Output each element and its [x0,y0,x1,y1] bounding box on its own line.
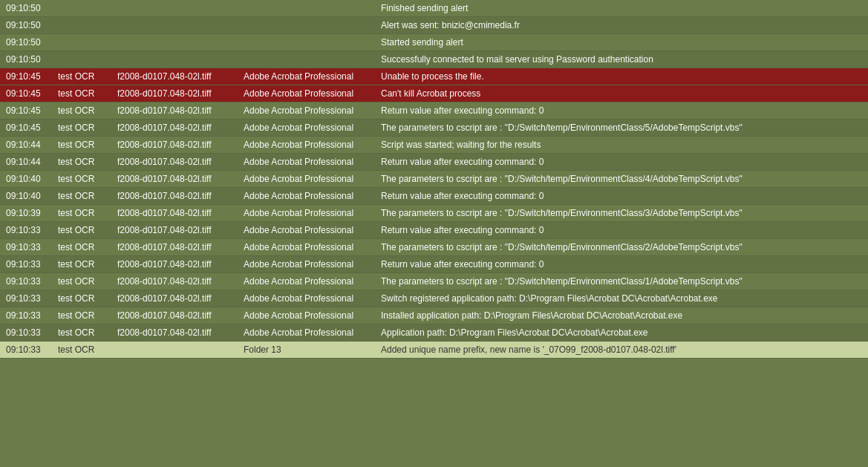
cell-app: Adobe Acrobat Professional [238,273,375,290]
cell-file: f2008-d0107.048-02l.tiff [111,205,238,222]
cell-job: test OCR [52,290,111,307]
table-row: 09:10:40test OCRf2008-d0107.048-02l.tiff… [0,171,868,188]
cell-file: f2008-d0107.048-02l.tiff [111,137,238,154]
table-row: 09:10:40test OCRf2008-d0107.048-02l.tiff… [0,188,868,205]
cell-job: test OCR [52,324,111,342]
cell-file: f2008-d0107.048-02l.tiff [111,120,238,137]
cell-app: Adobe Acrobat Professional [238,188,375,205]
cell-file: f2008-d0107.048-02l.tiff [111,171,238,188]
cell-file: f2008-d0107.048-02l.tiff [111,256,238,273]
cell-app: Adobe Acrobat Professional [238,205,375,222]
cell-message: Return value after executing command: 0 [375,154,868,171]
cell-time: 09:10:39 [0,205,52,222]
cell-time: 09:10:50 [0,34,52,51]
cell-time: 09:10:33 [0,324,52,342]
cell-message: The parameters to cscript are : "D:/Swit… [375,205,868,222]
cell-job: test OCR [52,256,111,273]
table-row: 09:10:45test OCRf2008-d0107.048-02l.tiff… [0,102,868,120]
cell-message: Return value after executing command: 0 [375,102,868,120]
cell-message: Installed application path: D:\Program F… [375,307,868,324]
cell-app [238,0,375,17]
cell-time: 09:10:40 [0,171,52,188]
cell-job: test OCR [52,342,111,359]
cell-message: Added unique name prefix, new name is '_… [375,342,868,359]
cell-file: f2008-d0107.048-02l.tiff [111,102,238,120]
cell-app [238,17,375,34]
cell-job: test OCR [52,273,111,290]
cell-message: Script was started; waiting for the resu… [375,137,868,154]
cell-app: Adobe Acrobat Professional [238,68,375,85]
cell-message: Return value after executing command: 0 [375,188,868,205]
cell-time: 09:10:33 [0,273,52,290]
cell-message: Return value after executing command: 0 [375,256,868,273]
cell-app: Adobe Acrobat Professional [238,171,375,188]
cell-app: Adobe Acrobat Professional [238,102,375,120]
cell-time: 09:10:44 [0,137,52,154]
cell-file: f2008-d0107.048-02l.tiff [111,273,238,290]
cell-file [111,34,238,51]
cell-job [52,0,111,17]
cell-message: The parameters to cscript are : "D:/Swit… [375,273,868,290]
cell-file: f2008-d0107.048-02l.tiff [111,222,238,239]
cell-app: Adobe Acrobat Professional [238,222,375,239]
cell-time: 09:10:44 [0,154,52,171]
cell-job: test OCR [52,154,111,171]
cell-message: Alert was sent: bnizic@cmimedia.fr [375,17,868,34]
table-row: 09:10:45test OCRf2008-d0107.048-02l.tiff… [0,85,868,102]
cell-file: f2008-d0107.048-02l.tiff [111,154,238,171]
table-row: 09:10:33test OCRf2008-d0107.048-02l.tiff… [0,273,868,290]
table-row: 09:10:50Alert was sent: bnizic@cmimedia.… [0,17,868,34]
cell-job [52,34,111,51]
cell-message: Can't kill Acrobat process [375,85,868,102]
cell-job: test OCR [52,222,111,239]
cell-file: f2008-d0107.048-02l.tiff [111,68,238,85]
cell-file: f2008-d0107.048-02l.tiff [111,239,238,256]
cell-message: Unable to process the file. [375,68,868,85]
cell-message: Switch registered application path: D:\P… [375,290,868,307]
cell-time: 09:10:45 [0,102,52,120]
cell-app: Adobe Acrobat Professional [238,137,375,154]
cell-app: Adobe Acrobat Professional [238,307,375,324]
table-row: 09:10:50Successfully connected to mail s… [0,51,868,68]
cell-time: 09:10:33 [0,290,52,307]
cell-app: Adobe Acrobat Professional [238,85,375,102]
cell-app: Adobe Acrobat Professional [238,120,375,137]
cell-file [111,51,238,68]
cell-job: test OCR [52,239,111,256]
cell-file [111,0,238,17]
table-row: 09:10:33test OCRf2008-d0107.048-02l.tiff… [0,256,868,273]
cell-app: Adobe Acrobat Professional [238,154,375,171]
table-row: 09:10:45test OCRf2008-d0107.048-02l.tiff… [0,120,868,137]
cell-job: test OCR [52,171,111,188]
log-table: 09:10:50Finished sending alert09:10:50Al… [0,0,868,359]
cell-time: 09:10:50 [0,51,52,68]
cell-time: 09:10:45 [0,68,52,85]
cell-file [111,342,238,359]
cell-app: Adobe Acrobat Professional [238,324,375,342]
cell-message: Return value after executing command: 0 [375,222,868,239]
table-row: 09:10:39test OCRf2008-d0107.048-02l.tiff… [0,205,868,222]
cell-message: Successfully connected to mail server us… [375,51,868,68]
cell-job [52,51,111,68]
cell-message: The parameters to cscript are : "D:/Swit… [375,171,868,188]
table-row: 09:10:33test OCRf2008-d0107.048-02l.tiff… [0,239,868,256]
cell-message: Finished sending alert [375,0,868,17]
cell-job: test OCR [52,68,111,85]
cell-job: test OCR [52,137,111,154]
cell-time: 09:10:45 [0,120,52,137]
table-row: 09:10:33test OCRf2008-d0107.048-02l.tiff… [0,307,868,324]
table-row: 09:10:50Started sending alert [0,34,868,51]
cell-time: 09:10:33 [0,342,52,359]
table-row: 09:10:50Finished sending alert [0,0,868,17]
cell-file: f2008-d0107.048-02l.tiff [111,188,238,205]
table-row: 09:10:33test OCRf2008-d0107.048-02l.tiff… [0,222,868,239]
cell-time: 09:10:33 [0,256,52,273]
cell-file: f2008-d0107.048-02l.tiff [111,290,238,307]
cell-time: 09:10:50 [0,0,52,17]
table-row: 09:10:44test OCRf2008-d0107.048-02l.tiff… [0,137,868,154]
cell-app: Folder 13 [238,342,375,359]
cell-app: Adobe Acrobat Professional [238,239,375,256]
table-row: 09:10:33test OCRFolder 13Added unique na… [0,342,868,359]
cell-message: The parameters to cscript are : "D:/Swit… [375,120,868,137]
cell-job: test OCR [52,188,111,205]
